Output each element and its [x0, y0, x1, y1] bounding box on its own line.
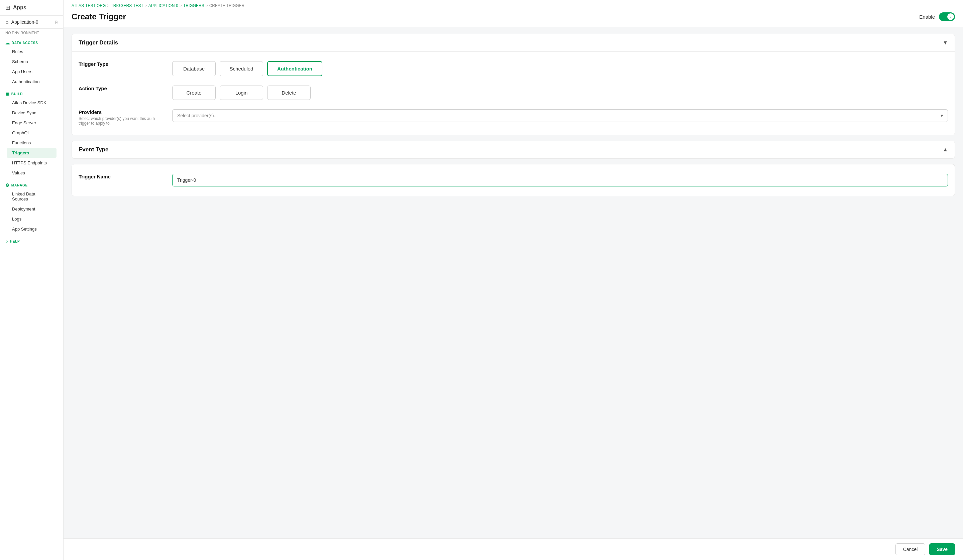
trigger-details-body: Trigger Type Database Scheduled Authenti…	[72, 52, 955, 135]
sidebar-section-help: ○ HELP	[0, 236, 63, 247]
action-type-label: Action Type	[79, 86, 165, 91]
apps-label[interactable]: Apps	[13, 5, 26, 11]
trigger-type-controls: Database Scheduled Authentication	[172, 61, 948, 76]
environment-label: NO ENVIRONMENT	[0, 29, 63, 37]
event-type-header[interactable]: Event Type ▲	[72, 141, 955, 159]
breadcrumb-current: CREATE TRIGGER	[209, 3, 245, 8]
sidebar-item-graphql[interactable]: GraphQL	[7, 128, 57, 138]
sidebar-item-triggers[interactable]: Triggers	[7, 148, 57, 158]
breadcrumb-sep2: >	[145, 3, 147, 8]
section-label-help: ○ HELP	[5, 239, 58, 244]
footer-bar: Cancel Save	[63, 538, 963, 560]
providers-select-wrapper: Select provider(s)... ▼	[172, 109, 948, 122]
action-type-login-btn[interactable]: Login	[220, 86, 263, 100]
providers-label: Providers	[79, 109, 165, 115]
sidebar: ⊞ Apps ⌂ Application-0 ⎘ NO ENVIRONMENT …	[0, 0, 63, 560]
section-label-manage: ⚙ MANAGE	[5, 183, 58, 188]
trigger-type-authentication-btn[interactable]: Authentication	[267, 61, 323, 76]
providers-row: Providers Select which provider(s) you w…	[79, 109, 948, 126]
breadcrumb-triggers[interactable]: TRIGGERS	[183, 3, 204, 8]
event-type-chevron: ▲	[943, 147, 948, 153]
action-type-create-btn[interactable]: Create	[172, 86, 216, 100]
trigger-name-input[interactable]	[172, 174, 948, 186]
sidebar-item-functions[interactable]: Functions	[7, 138, 57, 148]
trigger-name-row: Trigger Name	[79, 174, 948, 186]
providers-label-col: Providers Select which provider(s) you w…	[79, 109, 165, 126]
breadcrumb-app-group[interactable]: TRIGGERS-TEST	[111, 3, 143, 8]
sidebar-item-atlas-device-sdk[interactable]: Atlas Device SDK	[7, 98, 57, 108]
event-type-title: Event Type	[79, 146, 109, 153]
sidebar-item-https-endpoints[interactable]: HTTPS Endpoints	[7, 158, 57, 168]
save-button[interactable]: Save	[929, 543, 955, 555]
breadcrumb-sep3: >	[180, 3, 182, 8]
main-content: ATLAS-TEST-ORG > TRIGGERS-TEST > APPLICA…	[63, 0, 963, 560]
event-type-card: Event Type ▲	[71, 141, 955, 159]
trigger-type-label: Trigger Type	[79, 61, 165, 67]
enable-row: Enable ✓	[919, 12, 955, 21]
action-type-controls: Create Login Delete	[172, 86, 948, 100]
section-label-build: ▣ BUILD	[5, 92, 58, 97]
trigger-type-scheduled-btn[interactable]: Scheduled	[220, 61, 263, 76]
providers-select[interactable]: Select provider(s)...	[172, 109, 948, 122]
sidebar-item-rules[interactable]: Rules	[7, 47, 57, 57]
trigger-type-label-col: Trigger Type	[79, 61, 165, 67]
page-title-row: Create Trigger Enable ✓	[71, 9, 955, 27]
sidebar-item-authentication[interactable]: Authentication	[7, 77, 57, 87]
sidebar-item-deployment[interactable]: Deployment	[7, 204, 57, 214]
sidebar-item-device-sync[interactable]: Device Sync	[7, 108, 57, 118]
breadcrumb-sep4: >	[206, 3, 208, 8]
trigger-details-title: Trigger Details	[79, 39, 118, 46]
trigger-name-label-col: Trigger Name	[79, 174, 165, 180]
action-type-row: Action Type Create Login Delete	[79, 86, 948, 100]
section-label-data-access: ☁ DATA ACCESS	[5, 40, 58, 45]
sidebar-item-linked-data-sources[interactable]: Linked Data Sources	[7, 189, 57, 204]
trigger-type-database-btn[interactable]: Database	[172, 61, 216, 76]
breadcrumb: ATLAS-TEST-ORG > TRIGGERS-TEST > APPLICA…	[71, 0, 955, 9]
app-name: Application-0	[11, 19, 39, 25]
sidebar-item-schema[interactable]: Schema	[7, 57, 57, 66]
copy-icon[interactable]: ⎘	[55, 20, 58, 25]
sidebar-item-values[interactable]: Values	[7, 168, 57, 178]
trigger-name-control	[172, 174, 948, 186]
toggle-knob: ✓	[947, 13, 954, 20]
sidebar-item-app-settings[interactable]: App Settings	[7, 224, 57, 234]
breadcrumb-sep1: >	[107, 3, 109, 8]
sidebar-section-data-access: ☁ DATA ACCESS Rules Schema App Users Aut…	[0, 37, 63, 88]
gear-icon: ⚙	[5, 183, 10, 188]
sidebar-item-edge-server[interactable]: Edge Server	[7, 118, 57, 128]
sidebar-item-logs[interactable]: Logs	[7, 214, 57, 224]
providers-sublabel: Select which provider(s) you want this a…	[79, 116, 165, 126]
breadcrumb-app[interactable]: APPLICATION-0	[148, 3, 178, 8]
enable-toggle[interactable]: ✓	[939, 12, 955, 21]
providers-control: Select provider(s)... ▼	[172, 109, 948, 122]
action-type-label-col: Action Type	[79, 86, 165, 91]
cancel-button[interactable]: Cancel	[895, 543, 926, 555]
action-type-delete-btn[interactable]: Delete	[267, 86, 311, 100]
main-header: ATLAS-TEST-ORG > TRIGGERS-TEST > APPLICA…	[63, 0, 963, 27]
trigger-details-header[interactable]: Trigger Details ▼	[72, 34, 955, 52]
trigger-name-label: Trigger Name	[79, 174, 165, 180]
enable-label: Enable	[919, 14, 935, 20]
cloud-icon: ☁	[5, 40, 10, 45]
trigger-name-card: Trigger Name	[71, 164, 955, 196]
breadcrumb-org[interactable]: ATLAS-TEST-ORG	[71, 3, 105, 8]
sidebar-item-app-users[interactable]: App Users	[7, 67, 57, 76]
home-icon: ⌂	[5, 19, 9, 25]
sidebar-section-build: ▣ BUILD Atlas Device SDK Device Sync Edg…	[0, 88, 63, 180]
sidebar-top: ⊞ Apps	[0, 0, 63, 16]
trigger-name-body: Trigger Name	[72, 164, 955, 196]
help-icon: ○	[5, 239, 8, 244]
trigger-type-row: Trigger Type Database Scheduled Authenti…	[79, 61, 948, 76]
trigger-details-chevron: ▼	[943, 40, 948, 46]
apps-grid-icon: ⊞	[5, 4, 10, 11]
build-icon: ▣	[5, 92, 10, 97]
content-area: Trigger Details ▼ Trigger Type Database …	[63, 27, 963, 538]
sidebar-section-manage: ⚙ MANAGE Linked Data Sources Deployment …	[0, 180, 63, 236]
trigger-details-card: Trigger Details ▼ Trigger Type Database …	[71, 34, 955, 135]
app-row[interactable]: ⌂ Application-0 ⎘	[0, 16, 63, 29]
page-title: Create Trigger	[71, 12, 126, 21]
